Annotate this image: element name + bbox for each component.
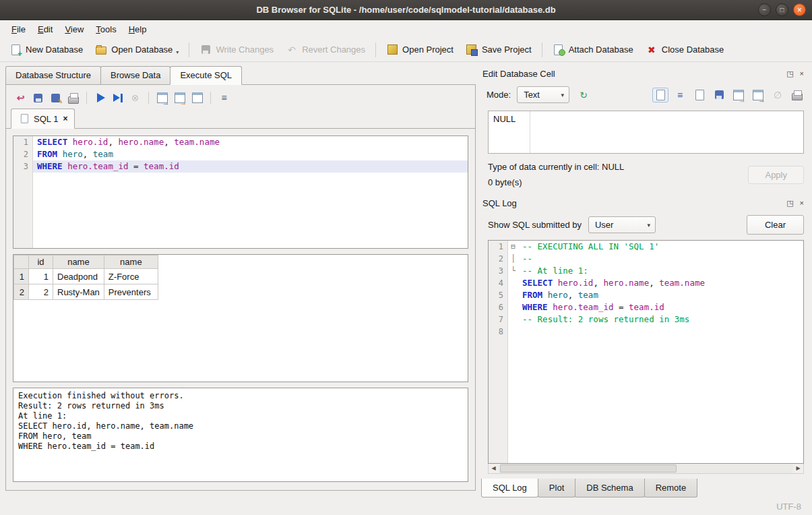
menu-help[interactable]: Help — [123, 22, 153, 36]
column-header-name[interactable]: name — [104, 255, 158, 269]
print-cell-button[interactable] — [789, 88, 805, 102]
bottom-tabs: SQL LogPlotDB SchemaRemote — [481, 479, 805, 497]
word-wrap-button[interactable]: ≡ — [672, 88, 688, 102]
tab-browse-data[interactable]: Browse Data — [100, 66, 170, 84]
save-project-button[interactable]: Save Project — [460, 41, 537, 59]
tab-execute-sql[interactable]: Execute SQL — [170, 66, 242, 85]
execute-all-button[interactable] — [92, 90, 108, 105]
edit-cell-dock-controls: ◳× — [786, 70, 804, 78]
save-cell-button[interactable] — [711, 88, 727, 102]
dock-float-icon[interactable]: ◳ — [786, 200, 793, 207]
sql-editor[interactable]: 1SELECT hero.id, hero.name, team.name2FR… — [13, 135, 468, 249]
save-sql-file-button[interactable] — [30, 90, 46, 105]
fold-marker: │ — [508, 253, 518, 265]
mode-label: Mode: — [487, 90, 511, 100]
apply-cell-icon: ↻ — [577, 89, 590, 101]
maximize-button[interactable]: □ — [776, 3, 788, 16]
stop-execution-icon: ⊗ — [129, 92, 142, 104]
line-number: 1 — [489, 241, 508, 253]
code-text: FROM hero, team — [33, 148, 468, 160]
menu-file[interactable]: File — [5, 22, 32, 36]
text-mode-button[interactable] — [652, 88, 668, 102]
table-row: 11DeadpondZ-Force — [14, 269, 158, 284]
tab-sql-1[interactable]: SQL 1 × — [11, 109, 75, 129]
menu-view[interactable]: View — [59, 22, 90, 36]
dock-close-icon[interactable]: × — [800, 70, 804, 78]
import-cell-button[interactable] — [730, 88, 747, 102]
open-project-button[interactable]: Open Project — [381, 41, 459, 59]
row-header[interactable]: 1 — [14, 269, 29, 284]
fold-marker — [508, 301, 518, 313]
code-text: -- — [518, 253, 803, 265]
sql-log-view[interactable]: 1⊟-- EXECUTING ALL IN 'SQL 1'2│--3└-- At… — [488, 240, 804, 464]
bottom-tab-db-schema[interactable]: DB Schema — [575, 479, 644, 497]
copy-cell-button[interactable] — [691, 88, 708, 102]
close-database-button[interactable]: ✖Close Database — [640, 41, 730, 59]
print-sql-button[interactable] — [65, 90, 81, 105]
cell[interactable]: Deadpond — [53, 269, 104, 284]
export-cell-button[interactable] — [750, 88, 766, 102]
line-number: 6 — [489, 301, 508, 313]
cell[interactable]: Preventers — [104, 284, 158, 300]
column-header-id[interactable]: id — [29, 255, 53, 269]
close-button[interactable]: × — [793, 3, 806, 16]
new-database-button[interactable]: New Database — [4, 41, 88, 59]
export-results-button[interactable] — [154, 90, 170, 105]
execution-output: Execution finished without errors. Resul… — [13, 388, 468, 482]
minimize-button[interactable]: − — [758, 3, 771, 16]
menu-edit[interactable]: Edit — [32, 22, 59, 36]
bottom-tab-remote[interactable]: Remote — [644, 479, 698, 497]
cell[interactable]: Rusty-Man — [53, 284, 104, 300]
format-sql-button[interactable]: ≡ — [216, 90, 232, 105]
scroll-right-arrow[interactable]: ▶ — [793, 466, 803, 471]
cell[interactable]: 1 — [29, 269, 53, 284]
log-filter-select[interactable]: User ▾ — [588, 216, 656, 233]
toolbar-separator — [189, 42, 189, 57]
main-toolbar: New DatabaseOpen Database▾Write Changes↶… — [0, 38, 812, 62]
mode-select[interactable]: Text ▾ — [517, 86, 569, 103]
mode-value: Text — [524, 90, 540, 100]
apply-cell-icon-button[interactable]: ↻ — [575, 88, 592, 102]
open-database-button[interactable]: Open Database▾ — [90, 41, 184, 59]
new-database-icon — [9, 44, 22, 56]
menu-tools[interactable]: Tools — [90, 22, 122, 36]
attach-database-button[interactable]: Attach Database — [547, 41, 639, 59]
bottom-tab-plot[interactable]: Plot — [538, 479, 575, 497]
dock-float-icon[interactable]: ◳ — [786, 70, 793, 78]
cell[interactable]: 2 — [29, 284, 53, 300]
corner-header[interactable] — [14, 255, 29, 269]
log-horizontal-scrollbar[interactable]: ◀ ▶ — [488, 464, 804, 474]
fold-marker — [508, 289, 518, 301]
scrollbar-thumb[interactable] — [500, 464, 677, 473]
column-header-name[interactable]: name — [53, 255, 104, 269]
caret-down-icon: ▾ — [176, 49, 179, 56]
tab-database-structure[interactable]: Database Structure — [5, 66, 101, 84]
open-sql-file-button[interactable]: ↩ — [13, 90, 28, 105]
copy-cell-icon — [693, 89, 706, 101]
execute-current-line-button[interactable] — [110, 90, 125, 105]
code-text: WHERE hero.team_id = team.id — [33, 160, 468, 173]
cell[interactable]: Z-Force — [104, 269, 158, 284]
code-text: SELECT hero.id, hero.name, team.name — [518, 277, 803, 289]
code-line: 3WHERE hero.team_id = team.id — [13, 160, 468, 173]
cell-value-body — [530, 111, 803, 153]
import-sql-button[interactable] — [172, 90, 187, 105]
titlebar[interactable]: DB Browser for SQLite - /home/user/code/… — [0, 0, 812, 20]
open-database-label: Open Database — [111, 44, 173, 55]
close-tab-icon[interactable]: × — [63, 115, 67, 123]
results-view-button[interactable] — [189, 90, 205, 105]
encoding-label: UTF-8 — [776, 502, 801, 512]
dock-close-icon[interactable]: × — [800, 200, 804, 207]
scroll-left-arrow[interactable]: ◀ — [489, 466, 499, 471]
row-header[interactable]: 2 — [14, 284, 29, 300]
code-text: -- At line 1: — [518, 265, 803, 277]
save-project-icon — [466, 44, 478, 56]
save-sql-file-as-button[interactable] — [48, 90, 63, 105]
bottom-tab-sql-log[interactable]: SQL Log — [481, 479, 538, 497]
cell-size-text: 0 byte(s) — [488, 177, 624, 187]
scrollbar-track[interactable] — [499, 464, 793, 473]
cell-value-editor[interactable]: NULL — [488, 111, 804, 154]
clear-button[interactable]: Clear — [747, 215, 804, 235]
menu-accel: H — [129, 24, 135, 34]
stop-execution-button: ⊗ — [127, 90, 143, 105]
